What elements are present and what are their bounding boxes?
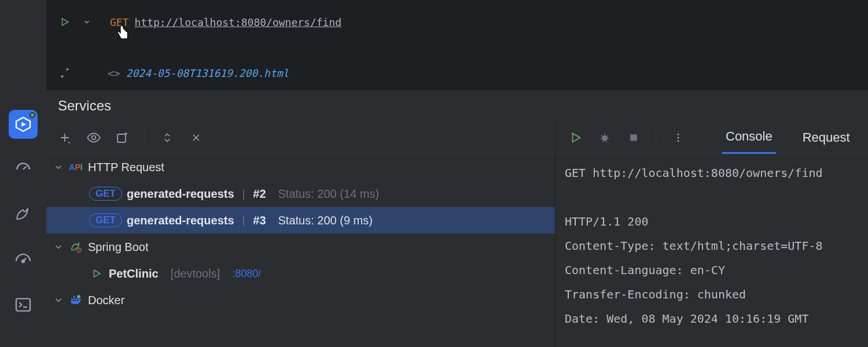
run-icon[interactable] — [565, 127, 586, 148]
http-url[interactable]: http://localhost:8080/owners/find — [135, 16, 342, 28]
svg-marker-7 — [573, 133, 580, 142]
chevron-down-icon — [53, 242, 64, 252]
angle-brackets-icon: <> — [108, 67, 120, 79]
svg-point-11 — [678, 136, 679, 138]
services-tool-window-button[interactable] — [9, 110, 38, 139]
dashboard-tool-window-button[interactable] — [9, 245, 38, 274]
tree-node-request-2[interactable]: GET generated-requests | #3 Status: 200 … — [46, 207, 555, 234]
tree-node-request-1[interactable]: GET generated-requests | #2 Status: 200 … — [46, 180, 555, 207]
app-name: PetClinic — [109, 267, 159, 280]
response-line: HTTP/1.1 200 — [565, 209, 859, 234]
services-tree[interactable]: API HTTP Request GET generated-requests … — [46, 154, 556, 347]
tab-request[interactable]: Request — [799, 121, 854, 154]
terminal-tool-window-button[interactable] — [9, 290, 38, 319]
services-panel-title: Services — [46, 90, 868, 121]
response-file-link[interactable]: 2024-05-08T131619.200.html — [126, 67, 289, 79]
svg-point-10 — [678, 133, 679, 135]
get-badge: GET — [89, 213, 122, 227]
show-hidden-icon[interactable] — [83, 127, 104, 148]
open-in-new-tab-icon[interactable] — [112, 127, 133, 148]
response-pane: GET http://localhost:8080/owners/find HT… — [556, 154, 868, 347]
play-icon — [89, 268, 104, 279]
response-line: Content-Language: en-CY — [565, 258, 859, 282]
svg-point-15 — [77, 295, 80, 298]
tree-label: Spring Boot — [88, 241, 149, 254]
tab-console[interactable]: Console — [722, 121, 776, 154]
request-run-number: #2 — [253, 187, 266, 201]
tool-window-rail — [0, 0, 46, 347]
response-line: Transfer-Encoding: chunked — [565, 282, 859, 307]
svg-rect-9 — [630, 134, 637, 141]
docker-icon — [68, 293, 83, 307]
run-request-dropdown-icon[interactable] — [79, 14, 95, 30]
request-run-number: #3 — [253, 214, 266, 227]
app-profile: [devtools] — [171, 267, 220, 280]
tree-node-petclinic[interactable]: PetClinic [devtools] :8080/ — [46, 260, 555, 287]
request-status: Status: 200 (14 ms) — [278, 187, 380, 201]
spring-icon — [68, 241, 83, 253]
svg-marker-4 — [62, 19, 69, 25]
run-request-gutter-icon[interactable] — [57, 14, 73, 30]
app-port-link[interactable]: :8080/ — [232, 268, 261, 280]
tree-node-docker[interactable]: Docker — [46, 287, 555, 313]
tree-node-spring-boot[interactable]: Spring Boot — [46, 234, 555, 260]
request-status: Status: 200 (9 ms) — [278, 214, 373, 227]
profiler-tool-window-button[interactable] — [9, 155, 38, 184]
svg-marker-14 — [94, 270, 101, 277]
request-name: generated-requests — [127, 187, 234, 201]
response-console[interactable]: GET http://localhost:8080/owners/find HT… — [556, 154, 868, 338]
svg-rect-6 — [117, 134, 126, 142]
http-node-icon: API — [68, 163, 83, 172]
add-service-icon[interactable] — [54, 127, 75, 148]
chevron-down-icon — [53, 295, 64, 305]
spring-tool-window-button[interactable] — [9, 200, 38, 229]
close-icon[interactable] — [186, 127, 207, 148]
http-method: GET — [110, 16, 129, 28]
response-line: Date: Wed, 08 May 2024 10:16:19 GMT — [565, 307, 859, 331]
http-editor: GET http://localhost:8080/owners/find <>… — [46, 0, 868, 90]
response-line — [565, 185, 859, 209]
svg-rect-3 — [16, 298, 30, 311]
response-line: GET http://localhost:8080/owners/find — [565, 161, 859, 185]
tree-node-http-request[interactable]: API HTTP Request — [46, 154, 555, 180]
more-icon[interactable] — [668, 127, 689, 148]
tree-label: HTTP Request — [88, 161, 164, 174]
chevron-down-icon — [53, 162, 64, 172]
request-name: generated-requests — [127, 214, 234, 227]
svg-marker-1 — [21, 122, 26, 127]
get-badge: GET — [89, 187, 122, 201]
compare-response-gutter-icon[interactable] — [57, 65, 73, 81]
svg-point-5 — [92, 135, 96, 139]
svg-point-12 — [678, 140, 679, 142]
tree-label: Docker — [88, 294, 124, 307]
response-line: Content-Type: text/html;charset=UTF-8 — [565, 234, 859, 258]
stop-icon[interactable] — [623, 127, 644, 148]
expand-collapse-icon[interactable] — [157, 127, 178, 148]
debug-icon[interactable] — [594, 127, 615, 148]
